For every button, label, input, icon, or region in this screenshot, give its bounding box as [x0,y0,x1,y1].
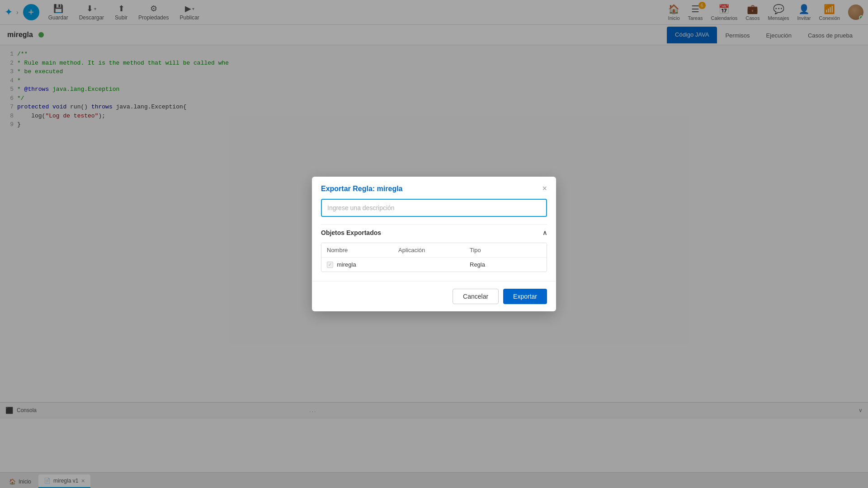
checkbox-check-icon: ✓ [328,262,332,267]
modal-title: Exportar Regla: miregla [321,185,403,193]
objetos-section-header[interactable]: Objetos Exportados ∧ [321,224,547,241]
table-row: ✓ miregla Regla [321,258,547,272]
row-tipo-value: Regla [470,261,541,268]
export-modal: Exportar Regla: miregla × Objetos Export… [312,177,556,311]
cancel-button[interactable]: Cancelar [453,289,499,304]
col-aplicacion: Aplicación [398,247,470,253]
description-input[interactable] [321,199,547,217]
modal-header: Exportar Regla: miregla × [312,177,556,199]
section-collapse-icon: ∧ [542,229,547,236]
modal-close-button[interactable]: × [542,184,547,193]
col-tipo: Tipo [470,247,541,253]
export-button[interactable]: Exportar [503,289,547,304]
modal-footer: Cancelar Exportar [312,281,556,311]
col-nombre: Nombre [327,247,398,253]
row-name-value: miregla [337,261,356,268]
row-checkbox[interactable]: ✓ [327,262,333,268]
modal-body: Objetos Exportados ∧ Nombre Aplicación T… [312,199,556,281]
objects-table: Nombre Aplicación Tipo ✓ miregla Regla [321,243,547,272]
row-name-cell: ✓ miregla [327,261,398,268]
table-header: Nombre Aplicación Tipo [321,243,547,258]
section-title: Objetos Exportados [321,229,381,236]
modal-overlay: Exportar Regla: miregla × Objetos Export… [0,0,868,488]
